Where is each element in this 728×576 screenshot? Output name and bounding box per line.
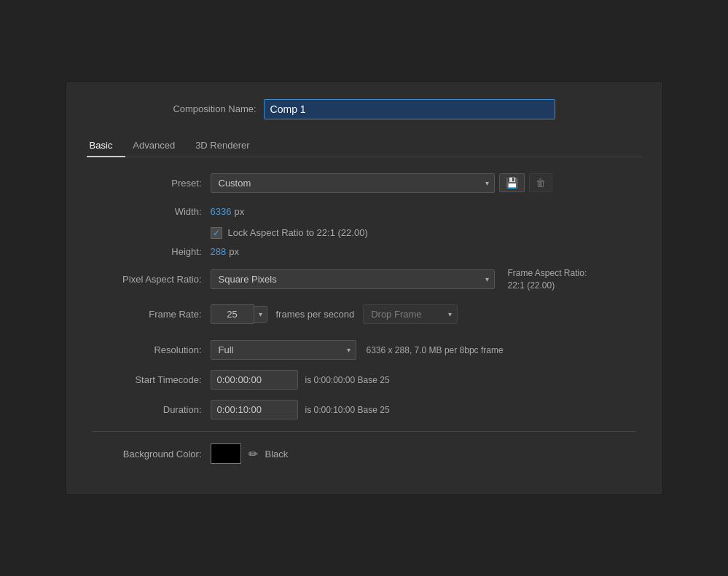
save-preset-icon: 💾 <box>506 177 518 189</box>
lock-aspect-label: Lock Aspect Ratio to 22:1 (22.00) <box>228 227 368 238</box>
height-row: Height: 288 px <box>93 246 636 257</box>
tab-advanced[interactable]: Advanced <box>130 134 188 157</box>
bg-color-swatch[interactable] <box>211 443 241 464</box>
preset-save-button[interactable]: 💾 <box>499 173 525 192</box>
comp-name-row: Composition Name: <box>87 99 642 119</box>
resolution-select-wrapper: Full Half Third Quarter Custom... ▾ <box>211 340 356 360</box>
start-timecode-input[interactable] <box>211 370 298 390</box>
lock-aspect-checkbox[interactable]: ✓ <box>211 227 222 239</box>
duration-label: Duration: <box>93 404 202 415</box>
pixel-aspect-select[interactable]: Square Pixels D1/DV NTSC (0.91) D1/DV PA… <box>211 269 495 289</box>
far-value: 22:1 (22.00) <box>508 280 555 291</box>
resolution-info: 6336 x 288, 7.0 MB per 8bpc frame <box>367 345 504 355</box>
pixel-aspect-row: Pixel Aspect Ratio: Square Pixels D1/DV … <box>93 267 636 292</box>
frame-rate-dropdown-arrow-icon: ▾ <box>259 310 262 318</box>
basic-tab-content: Preset: Custom HDTV 1080 29.97 HDTV 720 … <box>87 173 642 465</box>
height-unit: px <box>229 246 239 257</box>
checkmark-icon: ✓ <box>213 229 220 237</box>
far-label-text: Frame Aspect Ratio: <box>508 268 587 278</box>
frame-rate-row: Frame Rate: ▾ frames per second Drop Fra… <box>93 304 636 324</box>
bg-color-label: Background Color: <box>93 449 202 459</box>
width-unit: px <box>234 206 244 217</box>
frame-rate-label: Frame Rate: <box>93 309 202 320</box>
preset-row: Preset: Custom HDTV 1080 29.97 HDTV 720 … <box>93 173 636 193</box>
drop-frame-wrapper: Drop Frame Non-Drop Frame ▾ <box>363 304 458 324</box>
width-value[interactable]: 6336 <box>211 206 232 217</box>
frame-aspect-ratio-info: Frame Aspect Ratio: 22:1 (22.00) <box>508 267 587 292</box>
background-color-row: Background Color: ✏ Black <box>93 443 636 464</box>
duration-row: Duration: is 0:00:10:00 Base 25 <box>93 400 636 419</box>
eyedropper-icon[interactable]: ✏ <box>248 447 258 461</box>
comp-name-input[interactable] <box>264 99 555 119</box>
start-timecode-label: Start Timecode: <box>93 374 202 385</box>
width-label: Width: <box>93 206 202 217</box>
comp-name-label: Composition Name: <box>173 103 256 114</box>
par-select-wrapper: Square Pixels D1/DV NTSC (0.91) D1/DV PA… <box>211 269 495 289</box>
section-divider <box>93 431 636 432</box>
pixel-aspect-label: Pixel Aspect Ratio: <box>93 274 202 285</box>
tab-basic[interactable]: Basic <box>87 134 126 157</box>
resolution-select[interactable]: Full Half Third Quarter Custom... <box>211 340 356 360</box>
frame-rate-input[interactable] <box>211 304 254 324</box>
resolution-row: Resolution: Full Half Third Quarter Cust… <box>93 340 636 360</box>
duration-input[interactable] <box>211 400 298 419</box>
bg-color-name: Black <box>265 449 289 459</box>
composition-settings-dialog: Composition Name: Basic Advanced 3D Rend… <box>66 81 663 496</box>
drop-frame-select[interactable]: Drop Frame Non-Drop Frame <box>363 304 458 324</box>
resolution-label: Resolution: <box>93 344 202 355</box>
duration-suffix: is 0:00:10:00 Base 25 <box>305 405 390 415</box>
lock-aspect-row: ✓ Lock Aspect Ratio to 22:1 (22.00) <box>211 227 636 239</box>
preset-select-wrapper: Custom HDTV 1080 29.97 HDTV 720 29.97 Fi… <box>211 173 495 193</box>
fps-label: frames per second <box>276 309 355 320</box>
start-timecode-row: Start Timecode: is 0:00:00:00 Base 25 <box>93 370 636 390</box>
height-value[interactable]: 288 <box>211 246 227 257</box>
height-label: Height: <box>93 246 202 257</box>
tab-3d-renderer[interactable]: 3D Renderer <box>192 134 262 157</box>
width-row: Width: 6336 px <box>93 206 636 217</box>
preset-select[interactable]: Custom HDTV 1080 29.97 HDTV 720 29.97 Fi… <box>211 173 495 193</box>
frame-rate-dropdown-btn[interactable]: ▾ <box>254 306 267 323</box>
start-timecode-suffix: is 0:00:00:00 Base 25 <box>305 375 390 385</box>
preset-delete-button[interactable]: 🗑 <box>529 173 552 192</box>
tabs-bar: Basic Advanced 3D Renderer <box>87 134 642 157</box>
preset-label: Preset: <box>93 178 202 189</box>
delete-preset-icon: 🗑 <box>536 177 546 189</box>
